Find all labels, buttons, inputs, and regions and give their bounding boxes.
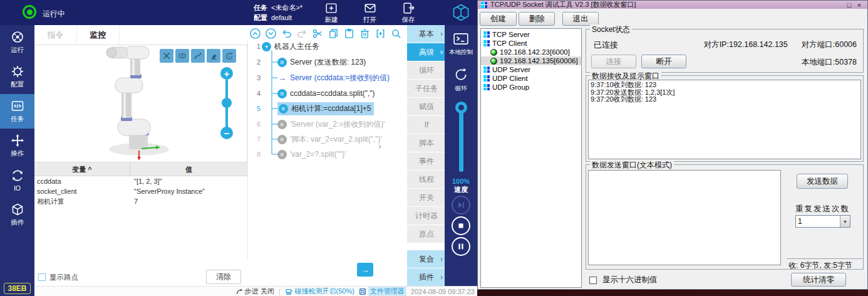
log-line: 9:37:10收到数据: 123 [591, 82, 859, 89]
view-erase-button[interactable] [207, 49, 220, 63]
step-forward-button[interactable] [452, 196, 470, 214]
sidebar-item-operate[interactable]: 操作 [0, 129, 34, 163]
category-advanced[interactable]: 高级 [407, 43, 446, 61]
tree-item-tcp-client[interactable]: TCP Client [481, 39, 581, 48]
col-value[interactable]: 值 [130, 162, 247, 176]
command-node-icon [277, 89, 287, 98]
repeat-count-select[interactable]: 1 [795, 215, 850, 228]
tree-item-udp-client[interactable]: UDP Client [481, 74, 581, 83]
receive-log[interactable]: 9:37:10收到数据: 123 9:37:20发送数据: 1,2,3[1次] … [588, 80, 861, 159]
category-compound[interactable]: 复合 [407, 250, 446, 268]
clear-stats-button[interactable]: 统计清零 [791, 273, 846, 287]
view-visibility-button[interactable] [175, 49, 189, 63]
maximize-button[interactable]: □ [844, 1, 854, 9]
cut-icon[interactable] [312, 28, 324, 40]
exit-button[interactable]: 退出 [562, 12, 599, 26]
view-rotate-button[interactable] [222, 49, 236, 63]
dropdown-arrow-icon[interactable] [840, 216, 850, 227]
paste-icon[interactable] [343, 28, 355, 40]
category-switch[interactable]: 开关 [407, 189, 446, 206]
sidebar-item-task[interactable]: 任务 [0, 94, 34, 129]
new-task-button[interactable]: 新建 [324, 1, 338, 24]
close-button[interactable]: × [854, 1, 864, 9]
tree-item-tcp-server[interactable]: TCP Server [481, 30, 581, 39]
category-subtask[interactable]: 子任务 [407, 80, 446, 97]
tree-item-udp-server[interactable]: UDP Server [481, 65, 581, 74]
tree-node[interactable]: 2 Server (发送数据: 123) [248, 56, 366, 68]
delete-icon[interactable] [359, 28, 371, 40]
tree-node-selected[interactable]: 5 相机计算:=ccddata[1]+5 [248, 102, 374, 115]
stop-button[interactable] [452, 216, 470, 235]
table-row[interactable]: socket_client "ServerProxy Instance" [34, 186, 247, 196]
path-icon [193, 51, 203, 61]
tree-node-disabled[interactable]: 8 'var_2=?.split("")' [248, 148, 346, 161]
sidebar-item-config[interactable]: 配置 [0, 60, 34, 94]
next-page-button[interactable] [357, 263, 373, 277]
category-loop[interactable]: 循环 [407, 61, 446, 79]
local-control-button[interactable]: 本地控制 [445, 31, 477, 56]
tree-node-root[interactable]: 1 机器人主任务 [248, 40, 319, 53]
show-waypoints-checkbox[interactable] [38, 273, 46, 281]
search-icon[interactable] [390, 28, 402, 40]
clear-button[interactable]: 清除 [206, 270, 241, 284]
insert-bracket-icon[interactable] [375, 28, 386, 40]
skip-icon [456, 200, 466, 210]
collapse-all-icon[interactable] [249, 28, 261, 40]
window-titlebar[interactable]: TCP/UDP Socket 调试工具 V2.3 [数据收发窗口] □ × [478, 1, 867, 9]
zoom-out-button[interactable]: − [220, 127, 233, 139]
config-name: default [271, 14, 292, 21]
send-data-button[interactable]: 发送数据 [797, 174, 848, 189]
tree-item-udp-group[interactable]: UDP Group [481, 83, 581, 92]
window-body: 创建 删除 退出 TCP Server TCP Client 192.168.1… [478, 9, 867, 289]
disconnect-button[interactable]: 断开 [641, 55, 686, 68]
collision-status[interactable]: 碰撞检测开启(50%) [285, 287, 354, 296]
table-row[interactable]: ccddata "[1, 2, 3]" [34, 176, 247, 186]
delete-button[interactable]: 删除 [519, 12, 555, 26]
tree-item-connection-selected[interactable]: 192.168.142.135[60006] [481, 56, 581, 65]
robot-3d-view[interactable]: + − [34, 45, 247, 162]
tree-item-connection[interactable]: 192.168.142.23[6000] [481, 48, 581, 56]
tree-node-running[interactable]: 3 Server (ccddata:=接收到的值) [248, 71, 390, 84]
create-button[interactable]: 创建 [480, 12, 517, 26]
tab-instruction[interactable]: 指令 [34, 25, 77, 45]
byte-stats: 收: 6字节, 发:5字节 [787, 258, 863, 269]
zoom-in-button[interactable]: + [220, 67, 233, 80]
save-task-button[interactable]: 保存 [401, 1, 415, 24]
category-origin[interactable]: 原点 [407, 225, 446, 243]
hex-checkbox[interactable] [589, 277, 597, 284]
tree-node-disabled[interactable]: 7 '脚本: var_2=var_2.split(",")' [248, 133, 382, 145]
tree-node-disabled[interactable]: 6 'Server (var_2:=接收到的值)' [248, 118, 385, 130]
pause-button[interactable] [452, 237, 470, 256]
tree-node[interactable]: 4 ccddata=ccddata.split(",") [248, 87, 375, 100]
file-manager-status[interactable]: 文件管理器 [359, 287, 406, 296]
view-tools-button[interactable] [160, 49, 173, 63]
gear-icon [11, 65, 24, 78]
zoom-slider-handle[interactable] [222, 98, 232, 108]
speed-slider-track[interactable] [459, 110, 463, 172]
table-row[interactable]: 相机计算 7 [34, 196, 247, 206]
send-data-input[interactable] [588, 170, 781, 265]
expand-all-icon[interactable] [265, 28, 277, 40]
category-assign[interactable]: 赋值 [407, 98, 446, 115]
open-task-button[interactable]: 打开 [363, 1, 377, 24]
sidebar-item-io[interactable]: IO [0, 163, 34, 198]
step-mode-status[interactable]: 步进 关闭 [235, 287, 274, 296]
redo-icon[interactable] [296, 28, 308, 40]
category-event[interactable]: 事件 [407, 152, 446, 170]
copy-icon[interactable] [328, 28, 339, 40]
panel-expand-chevron-icon[interactable] [378, 140, 381, 151]
category-basic[interactable]: 基本 [407, 25, 446, 43]
category-thread[interactable]: 线程 [407, 171, 446, 188]
tab-monitor[interactable]: 监控 [77, 25, 120, 45]
undo-icon[interactable] [281, 28, 292, 40]
sidebar-item-run[interactable]: 运行 [0, 25, 34, 60]
view-path-button[interactable] [191, 49, 205, 63]
connect-button[interactable]: 连接 [591, 55, 636, 68]
category-if[interactable]: If [407, 116, 446, 134]
category-timer[interactable]: 计时器 [407, 207, 446, 225]
category-script[interactable]: 脚本 [407, 134, 446, 152]
sidebar-item-plugin[interactable]: 插件 [0, 198, 34, 232]
category-plugin[interactable]: 插件 [407, 268, 446, 286]
col-variable[interactable]: 变量 ^ [34, 162, 130, 176]
loop-mode-button[interactable]: 循环 [445, 66, 477, 93]
